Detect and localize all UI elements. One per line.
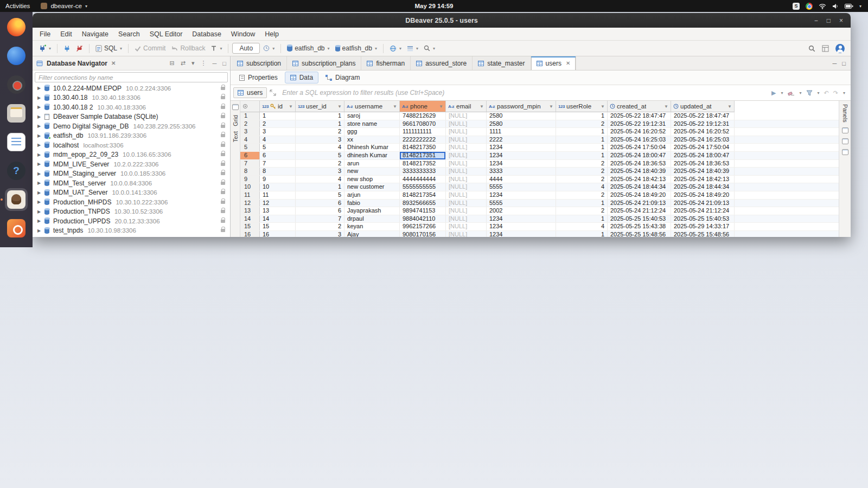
cell-updated_at[interactable]: 2025-05-24 18:49:20	[671, 191, 735, 199]
column-header-user_id[interactable]: 123user_id▼	[296, 101, 344, 112]
search-menu-button[interactable]: ▾	[422, 43, 437, 53]
row-number[interactable]: 9	[240, 176, 260, 183]
cell-id[interactable]: 5	[260, 144, 296, 151]
cell-id[interactable]: 14	[260, 215, 296, 223]
cell-userRole[interactable]: 2	[556, 207, 608, 215]
cell-userRole[interactable]: 2	[556, 176, 608, 183]
commit-button[interactable]: Commit	[132, 43, 168, 54]
menu-database[interactable]: Database	[187, 29, 226, 40]
cell-id[interactable]: 9	[260, 176, 296, 183]
row-number[interactable]: 12	[240, 200, 260, 207]
dbeaver-dock-item[interactable]	[5, 188, 28, 211]
close-tab-icon[interactable]: ✕	[566, 60, 570, 66]
editor-tab-fisherman[interactable]: fisherman	[361, 56, 411, 70]
cell-phone[interactable]: 9661708070	[400, 120, 446, 128]
cell-id[interactable]: 2	[260, 120, 296, 128]
cell-user_id[interactable]: 1	[296, 112, 344, 120]
cell-email[interactable]: [NULL]	[446, 136, 487, 144]
cell-password_mpin[interactable]: 3333	[487, 168, 556, 175]
editor-tab-assured_store[interactable]: assured_store	[411, 56, 473, 70]
cell-password_mpin[interactable]: 1234	[487, 144, 556, 151]
cell-phone[interactable]: 8148217350	[400, 144, 446, 151]
cell-id[interactable]: 6	[260, 152, 296, 159]
apply-filter-icon[interactable]: ▶	[771, 89, 776, 97]
cell-created_at[interactable]: 2025-05-22 19:12:31	[608, 120, 671, 128]
expand-chevron-icon[interactable]: ▶	[36, 162, 42, 166]
cell-created_at[interactable]: 2025-05-24 17:50:04	[608, 144, 671, 151]
cell-userRole[interactable]: 2	[556, 168, 608, 175]
cell-id[interactable]: 3	[260, 128, 296, 136]
row-number[interactable]: 1	[240, 112, 260, 120]
close-button[interactable]: ×	[839, 17, 843, 24]
link-with-editor-icon[interactable]: ⇄	[181, 60, 186, 67]
cell-userRole[interactable]: 1	[556, 200, 608, 207]
cell-id[interactable]: 10	[260, 183, 296, 191]
cell-phone[interactable]: 4444444444	[400, 176, 446, 183]
expand-chevron-icon[interactable]: ▶	[36, 228, 42, 233]
connection-item[interactable]: ▶MDM_LIVE_Server10.2.0.222:3306	[33, 159, 230, 169]
cell-password_mpin[interactable]: 5555	[487, 183, 556, 191]
cell-created_at[interactable]: 2025-05-24 18:40:39	[608, 168, 671, 175]
more-options-icon[interactable]: ⋮	[201, 60, 207, 67]
perspective-icon[interactable]	[822, 45, 829, 52]
close-view-icon[interactable]: ✕	[111, 60, 116, 66]
cell-updated_at[interactable]: 2025-05-25 15:40:53	[671, 215, 735, 223]
row-number[interactable]: 6	[240, 152, 260, 159]
column-menu-chevron-icon[interactable]: ▼	[664, 104, 668, 109]
quick-search-icon[interactable]	[808, 45, 815, 52]
help-dock-item[interactable]	[5, 159, 28, 182]
cell-created_at[interactable]: 2025-05-24 18:42:13	[608, 176, 671, 183]
cell-password_mpin[interactable]: 2580	[487, 120, 556, 128]
history-chevron-icon[interactable]: ▾	[843, 91, 845, 95]
connection-item[interactable]: ▶Production_UPPDS20.0.12.33:3306	[33, 216, 230, 226]
connection-item[interactable]: ▶mdm_epop_22_09_2310.0.136.65:3306	[33, 150, 230, 160]
expand-chevron-icon[interactable]: ▶	[36, 152, 42, 157]
cell-id[interactable]: 15	[260, 223, 296, 230]
metadata-panel-icon[interactable]	[842, 138, 848, 144]
cell-email[interactable]: [NULL]	[446, 168, 487, 175]
row-number[interactable]: 10	[240, 183, 260, 191]
cell-phone[interactable]: 8932566655	[400, 200, 446, 207]
cell-username[interactable]: saroj	[344, 112, 400, 120]
connection-item[interactable]: ▶Demo Digital Signage_DB140.238.229.255:…	[33, 121, 230, 131]
transaction-mode-button[interactable]: ▾	[208, 43, 224, 53]
grid-mode-icon[interactable]	[232, 104, 239, 110]
cell-password_mpin[interactable]: 1234	[487, 152, 556, 159]
connection-item[interactable]: ▶MDM_Staging_server10.0.0.185:3306	[33, 169, 230, 179]
blue-app-dock-item[interactable]	[5, 44, 28, 67]
cell-updated_at[interactable]: 2025-05-24 17:50:04	[671, 144, 735, 151]
cell-userRole[interactable]: 1	[556, 136, 608, 144]
user-avatar[interactable]	[835, 44, 845, 53]
cell-updated_at[interactable]: 2025-05-24 16:25:03	[671, 136, 735, 144]
menu-file[interactable]: File	[35, 29, 55, 40]
filter-history-chevron-icon[interactable]: ▾	[781, 91, 783, 95]
cell-updated_at[interactable]: 2025-05-24 21:09:13	[671, 200, 735, 207]
eraser-icon[interactable]	[788, 89, 795, 96]
cell-created_at[interactable]: 2025-05-24 18:44:34	[608, 183, 671, 191]
cell-username[interactable]: new customer	[344, 183, 400, 191]
new-sql-editor-button[interactable]: SQL ▾	[93, 43, 124, 54]
cell-password_mpin[interactable]: 1234	[487, 231, 556, 237]
cell-user_id[interactable]: 2	[296, 128, 344, 136]
cell-updated_at[interactable]: 2025-05-22 18:47:47	[671, 112, 735, 120]
column-header-username[interactable]: A-zusername▼	[344, 101, 400, 112]
minimize-view-icon[interactable]: ─	[213, 60, 217, 67]
editor-tab-subscription_plans[interactable]: subscription_plans	[287, 56, 361, 70]
cell-id[interactable]: 16	[260, 231, 296, 237]
cell-phone[interactable]: 9080170156	[400, 231, 446, 237]
editor-tab-subscription[interactable]: subscription	[232, 56, 287, 70]
cell-id[interactable]: 1	[260, 112, 296, 120]
new-connection-button[interactable]: ▾	[36, 43, 53, 54]
cell-email[interactable]: [NULL]	[446, 128, 487, 136]
cell-updated_at[interactable]: 2025-05-24 18:36:53	[671, 160, 735, 168]
minimize-editor-icon[interactable]: ─	[833, 60, 837, 67]
connection-item[interactable]: ▶10.0.2.224-MDM EPOP10.0.2.224:3306	[33, 84, 230, 93]
cell-created_at[interactable]: 2025-05-24 16:20:52	[608, 128, 671, 136]
cell-id[interactable]: 12	[260, 200, 296, 207]
filter-funnel-icon[interactable]	[806, 90, 813, 96]
cell-username[interactable]: arjun	[344, 191, 400, 199]
cell-username[interactable]: dhinesh Kumar	[344, 152, 400, 159]
fetch-size-button[interactable]: ▾	[405, 43, 420, 53]
cell-username[interactable]: Dhinesh Kumar	[344, 144, 400, 151]
cell-user_id[interactable]: 6	[296, 207, 344, 215]
